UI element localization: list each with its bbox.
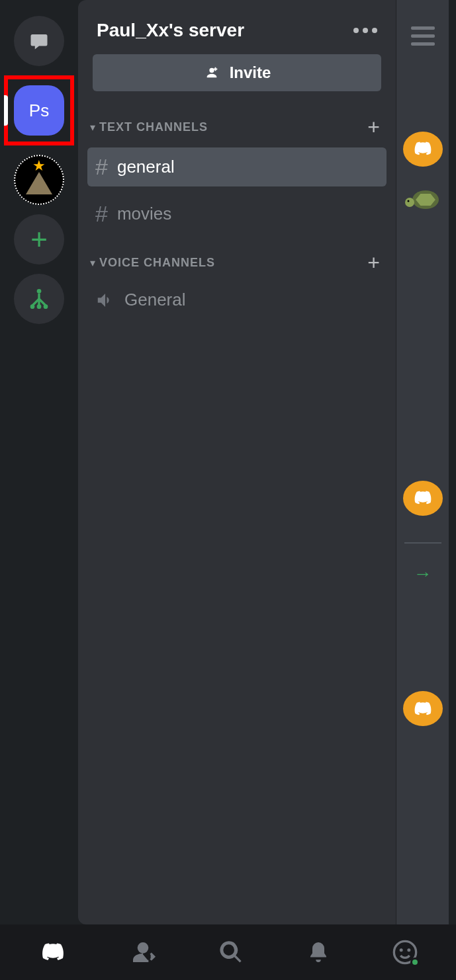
add-text-channel-button[interactable]: + xyxy=(367,115,380,140)
discord-logo-icon xyxy=(411,489,435,507)
svg-point-6 xyxy=(407,200,409,202)
text-channels-label: TEXT CHANNELS xyxy=(99,120,208,134)
add-server-button[interactable]: + xyxy=(14,214,64,265)
bottom-nav xyxy=(0,924,456,980)
server-initials: Ps xyxy=(29,101,49,121)
svg-point-8 xyxy=(400,948,403,952)
hub-tree-icon xyxy=(26,286,52,312)
svg-point-2 xyxy=(37,304,42,309)
server-rail: Ps + xyxy=(0,0,78,924)
discord-logo-icon xyxy=(411,140,435,158)
panel-header: Paul_Xx's server xyxy=(78,0,396,54)
invite-button[interactable]: Invite xyxy=(93,54,381,91)
nav-friends[interactable] xyxy=(130,939,156,965)
svg-point-0 xyxy=(37,289,42,294)
member-avatar-1[interactable] xyxy=(403,132,443,167)
expand-arrow-icon[interactable]: → xyxy=(414,563,432,585)
voice-channels-label: VOICE CHANNELS xyxy=(99,256,215,270)
svg-point-1 xyxy=(30,304,35,309)
friends-icon xyxy=(130,939,156,965)
chevron-down-icon: ▾ xyxy=(90,257,95,269)
nav-home[interactable] xyxy=(38,940,68,964)
discord-logo-icon xyxy=(38,940,68,964)
invite-label: Invite xyxy=(230,63,271,82)
members-toggle-button[interactable] xyxy=(411,13,435,72)
channel-general[interactable]: # general xyxy=(87,147,387,186)
voice-channel-general[interactable]: General xyxy=(87,283,387,317)
members-divider xyxy=(404,542,441,544)
discord-logo-icon xyxy=(411,700,435,718)
search-icon xyxy=(218,939,244,965)
turtle-icon xyxy=(404,184,441,213)
highlighted-server-frame: Ps xyxy=(4,75,74,145)
text-channels-header[interactable]: ▾ TEXT CHANNELS + xyxy=(78,111,396,143)
channel-panel: Paul_Xx's server Invite ▾ TEXT CHANNELS … xyxy=(78,0,396,924)
member-avatar-2[interactable] xyxy=(403,181,443,216)
svg-point-9 xyxy=(408,948,411,952)
add-voice-channel-button[interactable]: + xyxy=(367,251,380,275)
bell-icon xyxy=(306,939,330,965)
server-title[interactable]: Paul_Xx's server xyxy=(97,20,244,41)
server-other[interactable] xyxy=(14,155,64,205)
channel-movies[interactable]: # movies xyxy=(87,194,387,233)
active-server-pill xyxy=(4,95,8,126)
nav-notifications[interactable] xyxy=(306,939,330,965)
more-options-button[interactable] xyxy=(353,28,377,33)
svg-point-3 xyxy=(44,304,48,309)
voice-channels-header[interactable]: ▾ VOICE CHANNELS + xyxy=(78,247,396,279)
invite-person-icon xyxy=(203,65,220,80)
member-avatar-4[interactable] xyxy=(403,691,443,726)
direct-messages-button[interactable] xyxy=(14,16,64,66)
server-ps[interactable]: Ps xyxy=(14,85,64,136)
channel-name: General xyxy=(124,290,186,310)
nav-search[interactable] xyxy=(218,939,244,965)
discover-hub-button[interactable] xyxy=(14,274,64,324)
members-sliver: → xyxy=(396,0,449,924)
svg-point-5 xyxy=(405,198,414,207)
nav-profile[interactable] xyxy=(392,939,418,965)
speaker-icon xyxy=(95,290,115,310)
hash-icon: # xyxy=(95,154,108,180)
chevron-down-icon: ▾ xyxy=(90,121,95,134)
channel-name: general xyxy=(117,157,175,177)
plus-icon: + xyxy=(30,223,48,256)
member-avatar-3[interactable] xyxy=(403,481,443,516)
hash-icon: # xyxy=(95,201,108,227)
channel-name: movies xyxy=(117,204,171,224)
